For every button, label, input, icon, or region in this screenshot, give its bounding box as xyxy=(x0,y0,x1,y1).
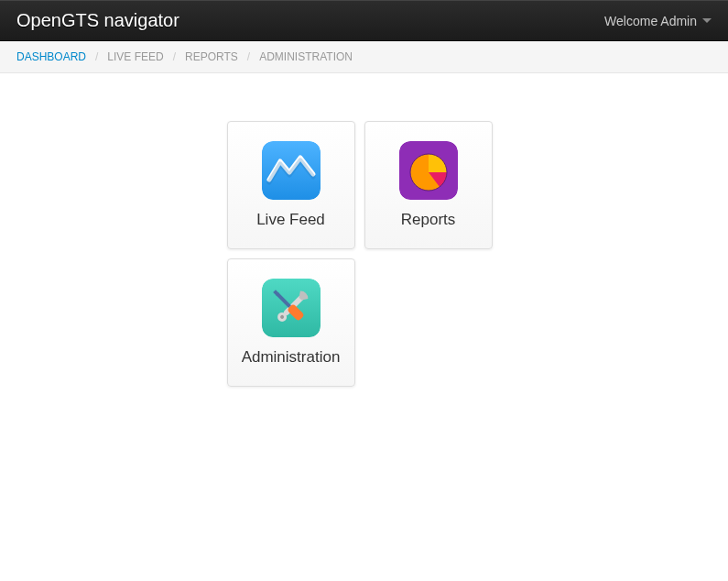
tile-reports[interactable]: Reports xyxy=(364,121,493,249)
navbar: OpenGTS navigator Welcome Admin xyxy=(0,0,728,41)
breadcrumb-dashboard[interactable]: DASHBOARD xyxy=(16,50,86,63)
chevron-down-icon xyxy=(702,18,712,23)
tile-administration[interactable]: Administration xyxy=(227,258,355,387)
tile-label-reports: Reports xyxy=(401,211,456,229)
pie-chart-icon xyxy=(399,141,458,200)
tile-label-administration: Administration xyxy=(242,348,341,367)
breadcrumb-separator: / xyxy=(95,50,98,63)
chart-line-icon xyxy=(262,141,321,200)
tile-grid: Live Feed Reports xyxy=(227,121,502,387)
tile-label-livefeed: Live Feed xyxy=(256,211,325,229)
welcome-text: Welcome Admin xyxy=(604,14,697,28)
breadcrumb-separator: / xyxy=(173,50,176,63)
breadcrumb-administration[interactable]: ADMINISTRATION xyxy=(259,50,353,63)
content-area: Live Feed Reports xyxy=(0,73,728,387)
tools-icon xyxy=(262,279,321,337)
brand[interactable]: OpenGTS navigator xyxy=(16,10,179,31)
user-menu[interactable]: Welcome Admin xyxy=(604,14,712,28)
breadcrumb-reports[interactable]: REPORTS xyxy=(185,50,238,63)
breadcrumb-separator: / xyxy=(247,50,250,63)
tile-livefeed[interactable]: Live Feed xyxy=(227,121,355,249)
breadcrumb-livefeed[interactable]: LIVE FEED xyxy=(107,50,163,63)
breadcrumb: DASHBOARD / LIVE FEED / REPORTS / ADMINI… xyxy=(0,41,728,73)
